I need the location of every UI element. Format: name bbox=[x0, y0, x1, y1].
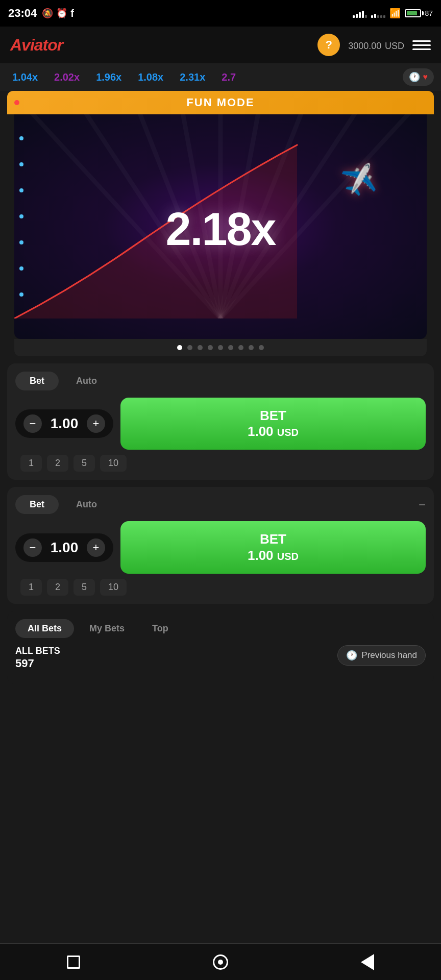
history-button[interactable]: 🕐 ♥ bbox=[403, 68, 434, 86]
quick2-1-btn[interactable]: 1 bbox=[20, 579, 42, 596]
balance-currency: USD bbox=[385, 41, 404, 51]
prog-dot-8 bbox=[249, 345, 254, 350]
decrease-bet-1[interactable]: − bbox=[23, 414, 42, 433]
game-container: FUN MODE bbox=[7, 91, 434, 356]
prev-hand-label: Previous hand bbox=[361, 650, 417, 660]
balance-display: 3000.00 USD bbox=[348, 38, 404, 52]
collapse-panel-2[interactable]: − bbox=[419, 498, 426, 512]
bet-button-2[interactable]: BET 1.00 USD bbox=[120, 521, 426, 573]
quick2-2-btn[interactable]: 2 bbox=[47, 579, 68, 596]
back-icon bbox=[361, 954, 374, 970]
status-bar: 23:04 🔕 ⏰ f 📶 87 bbox=[0, 0, 441, 27]
fun-mode-label: FUN MODE bbox=[186, 96, 254, 109]
decrease-bet-2[interactable]: − bbox=[23, 538, 42, 557]
quick-2-btn[interactable]: 2 bbox=[47, 455, 68, 472]
menu-button[interactable] bbox=[412, 40, 431, 50]
signal-strength bbox=[353, 9, 367, 18]
prog-dot-5 bbox=[218, 345, 223, 350]
fun-mode-banner: FUN MODE bbox=[7, 91, 434, 114]
status-time: 23:04 bbox=[8, 7, 37, 20]
bets-tabs: All Bets My Bets Top bbox=[15, 619, 426, 638]
multiplier-bar: 1.04x 2.02x 1.96x 1.08x 2.31x 2.7 🕐 ♥ bbox=[0, 63, 441, 91]
bet-tabs-2: Bet Auto − bbox=[15, 495, 426, 514]
y-axis-dots bbox=[19, 114, 23, 318]
bet-panel-2: Bet Auto − − 1.00 + BET 1.00 USD 1 2 5 1… bbox=[7, 487, 434, 603]
balance-amount: 3000.00 USD bbox=[348, 38, 404, 52]
battery-level: 87 bbox=[425, 9, 433, 17]
increase-bet-2[interactable]: + bbox=[87, 538, 105, 557]
bets-count: 597 bbox=[15, 657, 60, 670]
facebook-icon: f bbox=[70, 8, 74, 19]
amount-control-2: − 1.00 + bbox=[15, 533, 113, 562]
bet-tab-2-bet[interactable]: Bet bbox=[15, 495, 59, 514]
bet-row-1: − 1.00 + BET 1.00 USD bbox=[15, 398, 426, 450]
bet-button-1[interactable]: BET 1.00 USD bbox=[120, 398, 426, 450]
bottom-nav bbox=[0, 943, 441, 980]
bet-amount-2: 1.00 bbox=[49, 540, 80, 556]
prog-dot-4 bbox=[208, 345, 213, 350]
previous-hand-button[interactable]: 🕐 Previous hand bbox=[337, 645, 426, 666]
bets-section: All Bets My Bets Top ALL BETS 597 🕐 Prev… bbox=[7, 611, 434, 684]
bet-tab-1-auto[interactable]: Auto bbox=[62, 372, 111, 390]
history-circle-icon: 🕐 bbox=[346, 650, 357, 661]
mult-item-6[interactable]: 2.7 bbox=[216, 69, 241, 85]
heart-icon: ♥ bbox=[423, 72, 428, 82]
increase-bet-1[interactable]: + bbox=[87, 414, 105, 433]
bet-tab-1-bet[interactable]: Bet bbox=[15, 372, 59, 390]
quick2-10-btn[interactable]: 10 bbox=[100, 579, 127, 596]
bet-tab-2-auto[interactable]: Auto bbox=[62, 495, 111, 514]
tab-top[interactable]: Top bbox=[140, 619, 181, 638]
wifi-icon: 📶 bbox=[389, 8, 401, 19]
mult-item-4[interactable]: 1.08x bbox=[133, 69, 168, 85]
nav-back-button[interactable] bbox=[357, 952, 378, 972]
prog-dot-1 bbox=[177, 345, 182, 350]
current-multiplier: 2.18x bbox=[165, 203, 275, 256]
prog-dot-2 bbox=[187, 345, 192, 350]
quick2-5-btn[interactable]: 5 bbox=[74, 579, 95, 596]
bet-panel-1: Bet Auto − 1.00 + BET 1.00 USD 1 2 5 10 bbox=[7, 363, 434, 480]
history-icon: 🕐 bbox=[409, 71, 420, 83]
bets-header: ALL BETS 597 🕐 Previous hand bbox=[15, 645, 426, 670]
prog-dot-6 bbox=[228, 345, 233, 350]
live-indicator bbox=[14, 100, 19, 105]
app-logo: Aviator bbox=[10, 36, 63, 55]
signal-strength-2 bbox=[371, 9, 385, 18]
bet-amount-1: 1.00 bbox=[49, 415, 80, 432]
tab-my-bets[interactable]: My Bets bbox=[77, 619, 137, 638]
bet-row-2: − 1.00 + BET 1.00 USD bbox=[15, 521, 426, 573]
mult-item-3[interactable]: 1.96x bbox=[91, 69, 127, 85]
home-circle-icon bbox=[213, 954, 228, 970]
prog-dot-9 bbox=[259, 345, 264, 350]
prog-dot-7 bbox=[238, 345, 243, 350]
mute-icon: 🔕 bbox=[42, 8, 53, 19]
help-button[interactable]: ? bbox=[317, 34, 340, 56]
quick-amounts-2: 1 2 5 10 bbox=[15, 579, 426, 596]
mult-item-5[interactable]: 2.31x bbox=[175, 69, 210, 85]
app-header: Aviator ? 3000.00 USD bbox=[0, 27, 441, 63]
bet-tabs-1: Bet Auto bbox=[15, 372, 426, 390]
progress-dots bbox=[14, 339, 427, 356]
amount-control-1: − 1.00 + bbox=[15, 409, 113, 438]
nav-stop-button[interactable] bbox=[63, 952, 84, 972]
prog-dot-3 bbox=[198, 345, 203, 350]
battery: 87 bbox=[405, 9, 433, 17]
mult-item-1[interactable]: 1.04x bbox=[7, 69, 43, 85]
quick-amounts-1: 1 2 5 10 bbox=[15, 455, 426, 472]
nav-home-button[interactable] bbox=[210, 952, 231, 972]
quick-5-btn[interactable]: 5 bbox=[74, 455, 95, 472]
game-canvas: 2.18x ✈️ bbox=[14, 114, 427, 339]
stop-icon bbox=[67, 955, 80, 969]
status-right: 📶 87 bbox=[353, 8, 433, 19]
alarm-icon: ⏰ bbox=[56, 8, 67, 19]
tab-all-bets[interactable]: All Bets bbox=[15, 619, 74, 638]
quick-1-btn[interactable]: 1 bbox=[20, 455, 42, 472]
bets-title: ALL BETS bbox=[15, 645, 60, 657]
quick-10-btn[interactable]: 10 bbox=[100, 455, 127, 472]
mult-item-2[interactable]: 2.02x bbox=[49, 69, 85, 85]
